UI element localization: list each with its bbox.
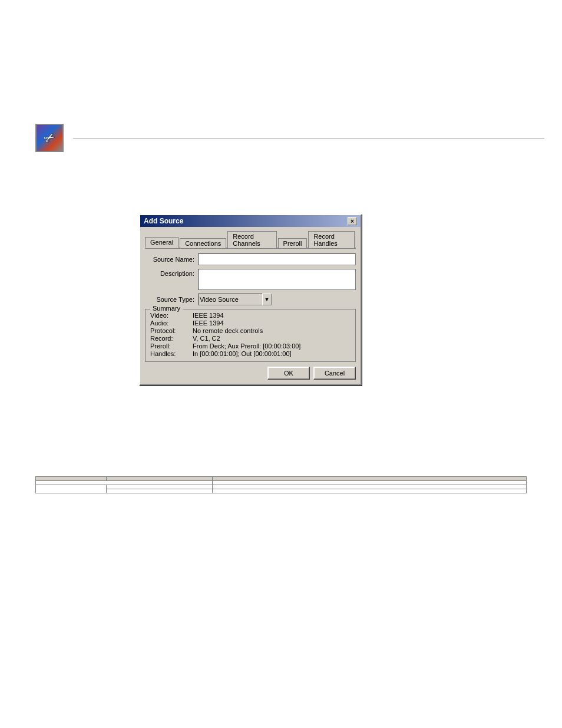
tab-general[interactable]: General	[145, 237, 178, 248]
table-cell-b-2	[106, 485, 212, 489]
table-cell-a-merged	[36, 485, 107, 493]
table-cell-c-2	[212, 485, 526, 489]
ok-button[interactable]: OK	[267, 367, 310, 380]
app-header	[35, 124, 544, 152]
source-name-label: Source Name:	[145, 256, 198, 263]
table-cell-c-1	[212, 481, 526, 485]
source-type-select[interactable]: Video Source Audio Source Tape Source	[198, 294, 263, 305]
description-input[interactable]	[198, 269, 356, 290]
table-cell-b-3	[106, 489, 212, 493]
title-divider	[73, 138, 544, 139]
description-row: Description:	[145, 269, 356, 290]
summary-video: Video: IEEE 1394	[150, 312, 351, 319]
summary-handles: Handles: In [00:00:01:00]; Out [00:00:01…	[150, 350, 351, 357]
dialog-close-button[interactable]: ×	[348, 217, 357, 225]
tab-record-handles[interactable]: Record Handles	[308, 231, 355, 248]
table-header-c	[212, 477, 526, 481]
table-header-b	[106, 477, 212, 481]
tab-preroll[interactable]: Preroll	[278, 238, 308, 248]
summary-preroll: Preroll: From Deck; Aux Preroll: [00:00:…	[150, 342, 351, 350]
source-type-row: Source Type: Video Source Audio Source T…	[145, 294, 356, 305]
source-name-input[interactable]	[198, 253, 356, 265]
tab-connections[interactable]: Connections	[180, 238, 226, 248]
summary-protocol: Protocol: No remote deck controls	[150, 327, 351, 334]
source-name-row: Source Name:	[145, 253, 356, 265]
data-table-area	[35, 476, 527, 493]
add-source-dialog: Add Source × General Connections Record …	[139, 214, 362, 386]
table-header-a	[36, 477, 107, 481]
data-table	[35, 476, 527, 493]
source-type-label: Source Type:	[145, 296, 198, 303]
dialog-tabs: General Connections Record Channels Prer…	[145, 230, 356, 249]
app-icon	[35, 124, 64, 152]
summary-audio: Audio: IEEE 1394	[150, 319, 351, 327]
source-type-select-wrapper: Video Source Audio Source Tape Source ▼	[198, 294, 272, 305]
dialog-title: Add Source	[144, 217, 183, 225]
summary-record: Record: V, C1, C2	[150, 335, 351, 342]
table-cell-ab-1	[36, 481, 213, 485]
select-dropdown-arrow: ▼	[262, 294, 272, 305]
summary-group: Summary Video: IEEE 1394 Audio: IEEE 139…	[145, 309, 356, 362]
table-row	[36, 485, 527, 489]
description-label: Description:	[145, 269, 198, 277]
tab-record-channels[interactable]: Record Channels	[227, 231, 276, 248]
table-header-row	[36, 477, 527, 481]
summary-legend: Summary	[150, 305, 183, 312]
table-cell-c-3	[212, 489, 526, 493]
dialog-buttons: OK Cancel	[145, 367, 356, 380]
table-row	[36, 489, 527, 493]
dialog-content: General Connections Record Channels Prer…	[140, 227, 361, 384]
dialog-titlebar: Add Source ×	[140, 215, 361, 227]
table-row	[36, 481, 527, 485]
cancel-button[interactable]: Cancel	[313, 367, 356, 380]
